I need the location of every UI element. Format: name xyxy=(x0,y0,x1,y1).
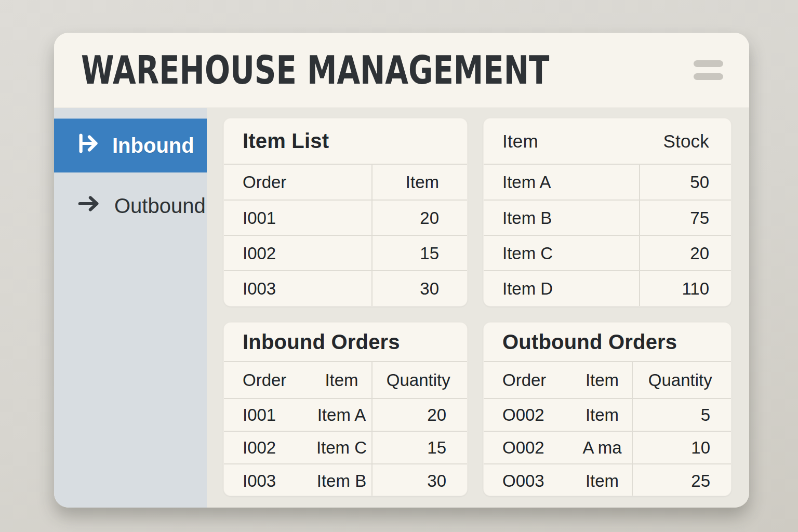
panel-item-list: Item List Order Item I001 20 I002 15 xyxy=(223,118,468,307)
item-cell: Item D xyxy=(484,271,640,306)
quantity-cell: 10 xyxy=(632,431,731,464)
item-cell: 30 xyxy=(372,271,467,306)
item-cell: 15 xyxy=(372,235,467,271)
quantity-cell: 5 xyxy=(632,398,731,431)
panel-title-item-list: Item List xyxy=(224,118,467,165)
table-row: Item B 75 xyxy=(484,200,731,235)
column-header-order: Order xyxy=(484,362,573,398)
panel-title-stock: Item Stock xyxy=(484,118,731,165)
table-row: O002 A ma 10 xyxy=(484,431,731,464)
table-row: I003 Item B 30 xyxy=(224,464,467,496)
order-cell: O003 xyxy=(484,464,573,496)
item-cell: Item B xyxy=(311,464,372,496)
item-cell: A ma xyxy=(573,431,632,464)
app-header: WAREHOUSE MANAGEMENT xyxy=(54,33,749,108)
sidebar-item-inbound[interactable]: Inbound xyxy=(54,118,207,172)
stock-table: Item A 50 Item B 75 Item C 20 Item D 110 xyxy=(484,165,731,306)
page-title: WAREHOUSE MANAGEMENT xyxy=(81,48,549,92)
menu-bar-bottom xyxy=(694,73,723,80)
column-header-item: Item xyxy=(573,362,632,398)
table-row: I003 30 xyxy=(224,271,467,306)
table-row: O002 Item 5 xyxy=(484,398,731,431)
table-header-row: Order Item Quantity xyxy=(224,362,467,398)
table-row: I002 15 xyxy=(224,235,467,271)
quantity-cell: 30 xyxy=(372,464,467,496)
sidebar-item-label: Inbound xyxy=(112,134,194,157)
panel-title-outbound-orders: Outbound Orders xyxy=(484,323,731,362)
order-cell: I002 xyxy=(224,431,311,464)
outbound-arrow-icon xyxy=(77,192,103,220)
column-header-stock: Stock xyxy=(663,131,709,152)
stock-cell: 50 xyxy=(640,165,731,200)
table-header-row: Order Item Quantity xyxy=(484,362,731,398)
table-header-row: Order Item xyxy=(224,165,467,200)
table-row: I002 Item C 15 xyxy=(224,431,467,464)
panel-inbound-orders: Inbound Orders Order Item Quantity I001 … xyxy=(223,322,468,496)
table-row: O003 Item 25 xyxy=(484,464,731,496)
column-header-item: Item xyxy=(311,362,372,398)
order-cell: O002 xyxy=(484,398,573,431)
order-cell: O002 xyxy=(484,431,573,464)
stock-cell: 75 xyxy=(640,200,731,235)
order-cell: I001 xyxy=(224,200,372,235)
menu-icon[interactable] xyxy=(693,57,724,83)
table-row: Item C 20 xyxy=(484,235,731,271)
table-row: Item A 50 xyxy=(484,165,731,200)
column-header-item: Item xyxy=(372,165,467,200)
inbound-arrow-icon xyxy=(77,131,101,160)
order-cell: I003 xyxy=(224,271,372,306)
sidebar-item-outbound[interactable]: Outbound xyxy=(54,183,207,229)
outbound-orders-title: Outbound Orders xyxy=(502,330,677,354)
quantity-cell: 25 xyxy=(632,464,731,496)
outbound-orders-table: Order Item Quantity O002 Item 5 O002 A m… xyxy=(484,362,731,496)
panel-stock: Item Stock Item A 50 Item B 75 Item C xyxy=(483,118,732,307)
table-row: I001 20 xyxy=(224,200,467,235)
item-cell: Item A xyxy=(484,165,640,200)
quantity-cell: 20 xyxy=(372,398,467,431)
item-cell: Item C xyxy=(311,431,372,464)
column-header-item: Item xyxy=(502,131,538,152)
inbound-orders-table: Order Item Quantity I001 Item A 20 I002 … xyxy=(224,362,467,496)
item-cell: Item xyxy=(573,398,632,431)
item-cell: Item C xyxy=(484,235,640,271)
item-list-title: Item List xyxy=(243,129,329,153)
inbound-orders-title: Inbound Orders xyxy=(243,330,400,354)
sidebar: Inbound Outbound xyxy=(54,108,207,508)
item-cell: Item B xyxy=(484,200,640,235)
panel-title-inbound-orders: Inbound Orders xyxy=(224,323,467,362)
stock-cell: 110 xyxy=(640,271,731,306)
column-header-quantity: Quantity xyxy=(632,362,731,398)
item-cell: 20 xyxy=(372,200,467,235)
quantity-cell: 15 xyxy=(372,431,467,464)
table-row: I001 Item A 20 xyxy=(224,398,467,431)
order-cell: I003 xyxy=(224,464,311,496)
order-cell: I002 xyxy=(224,235,372,271)
app-window: WAREHOUSE MANAGEMENT Inbound xyxy=(54,33,749,508)
stock-cell: 20 xyxy=(640,235,731,271)
column-header-order: Order xyxy=(224,165,372,200)
column-header-order: Order xyxy=(224,362,311,398)
sidebar-item-label: Outbound xyxy=(114,194,206,218)
order-cell: I001 xyxy=(224,398,311,431)
panel-outbound-orders: Outbound Orders Order Item Quantity O002… xyxy=(483,322,732,496)
menu-bar-top xyxy=(694,60,723,67)
table-row: Item D 110 xyxy=(484,271,731,306)
item-cell: Item A xyxy=(311,398,372,431)
item-cell: Item xyxy=(573,464,632,496)
item-list-table: Order Item I001 20 I002 15 I003 30 xyxy=(224,165,467,306)
column-header-quantity: Quantity xyxy=(372,362,467,398)
app-body: Inbound Outbound Item List xyxy=(54,108,749,508)
main-content: Item List Order Item I001 20 I002 15 xyxy=(207,108,749,508)
